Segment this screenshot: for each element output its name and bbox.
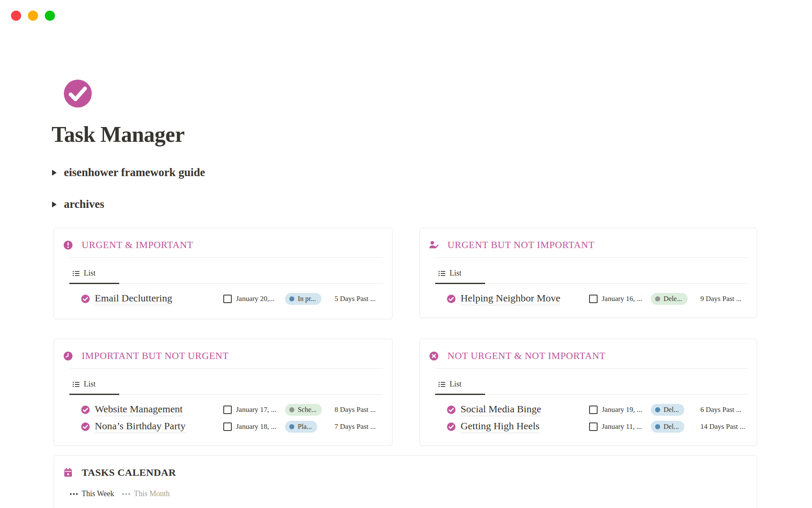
due-date-cell[interactable]: January 20,... — [236, 295, 285, 303]
calendar-title: TASKS CALENDAR — [82, 467, 176, 478]
toggle-archives[interactable]: archives — [52, 198, 104, 211]
quadrant-title: URGENT & IMPORTANT — [82, 240, 193, 251]
task-title-link[interactable]: Website Management — [95, 403, 183, 416]
tab-list-view[interactable]: List — [435, 369, 485, 395]
chevron-right-icon — [52, 170, 57, 176]
person-check-icon — [429, 240, 439, 250]
done-checkbox[interactable] — [589, 295, 598, 303]
quadrant-header: URGENT BUT NOT IMPORTANT — [429, 239, 747, 251]
due-date-cell[interactable]: January 18, ... — [236, 422, 285, 431]
days-past-cell[interactable]: 14 Days Past ... — [700, 422, 747, 431]
done-checkbox[interactable] — [223, 295, 232, 303]
due-date-cell[interactable]: January 16, ... — [602, 295, 651, 303]
zoom-window-button[interactable] — [45, 11, 55, 21]
list-view-icon — [72, 270, 80, 277]
task-title-link[interactable]: Getting High Heels — [461, 420, 540, 433]
close-window-button[interactable] — [11, 11, 21, 21]
status-dot-icon — [655, 407, 660, 412]
days-past-cell[interactable]: 8 Days Past ... — [335, 406, 383, 414]
tab-this-week[interactable]: This Week — [69, 489, 114, 498]
task-check-circle-icon[interactable] — [447, 422, 456, 431]
quadrant-title: URGENT BUT NOT IMPORTANT — [447, 240, 595, 251]
status-badge[interactable]: Del... — [651, 404, 684, 416]
tab-label: List — [84, 269, 96, 278]
clock-icon — [63, 351, 73, 361]
days-past-cell[interactable]: 7 Days Past ... — [335, 422, 383, 431]
task-title-link[interactable]: Nona’s Birthday Party — [95, 420, 186, 433]
status-dot-icon — [289, 424, 294, 429]
status-badge[interactable]: Pla... — [285, 421, 317, 433]
days-past-cell[interactable]: 5 Days Past ... — [335, 295, 383, 303]
task-title-link[interactable]: Email Decluttering — [95, 293, 172, 305]
status-badge[interactable]: Del... — [651, 421, 684, 433]
exclamation-circle-icon — [63, 240, 73, 250]
view-tabs: List — [69, 369, 383, 395]
tab-label: List — [450, 380, 461, 389]
due-date-cell[interactable]: January 17, ... — [236, 406, 285, 414]
due-date-cell[interactable]: January 19, ... — [602, 406, 651, 414]
tab-label: List — [84, 380, 96, 389]
task-check-circle-icon[interactable] — [81, 422, 90, 431]
minimize-window-button[interactable] — [28, 11, 38, 21]
status-label: Pla... — [298, 422, 312, 431]
view-tabs: List — [435, 258, 747, 284]
calendar-icon — [63, 467, 73, 478]
task-check-circle-icon[interactable] — [447, 294, 456, 304]
status-badge[interactable]: Sche... — [285, 404, 322, 416]
status-dot-icon — [289, 407, 294, 412]
toggle-label: archives — [64, 198, 104, 211]
tab-label: This Month — [134, 489, 170, 498]
status-badge[interactable]: In pr... — [285, 293, 321, 305]
quadrant-card-urgent-not-important: URGENT BUT NOT IMPORTANT List Helping Ne… — [420, 228, 757, 318]
due-date-cell[interactable]: January 11, ... — [602, 422, 651, 431]
task-list: Helping Neighbor Move January 16, ... De… — [447, 290, 747, 307]
tab-label: This Week — [82, 489, 114, 498]
task-manager-page: { "colors": { "accent_pink": "#c0549b", … — [0, 0, 812, 508]
chevron-right-icon — [52, 202, 57, 207]
quadrant-header: NOT URGENT & NOT IMPORTANT — [429, 350, 747, 362]
days-past-cell[interactable]: 6 Days Past ... — [700, 406, 747, 414]
status-label: Del... — [664, 406, 679, 414]
list-view-icon — [438, 381, 446, 388]
table-row: Email Decluttering January 20,... In pr.… — [81, 290, 383, 307]
status-badge[interactable]: Dele... — [651, 293, 688, 305]
view-tabs: List — [435, 369, 747, 395]
task-title-link[interactable]: Social Media Binge — [461, 403, 541, 416]
done-checkbox[interactable] — [589, 422, 598, 431]
status-dot-icon — [655, 424, 660, 429]
status-label: In pr... — [298, 295, 316, 303]
status-label: Dele... — [664, 295, 682, 303]
page-check-circle-icon[interactable] — [61, 77, 94, 110]
quadrant-title: NOT URGENT & NOT IMPORTANT — [447, 351, 606, 362]
calendar-header: TASKS CALENDAR — [63, 467, 747, 478]
page-title: Task Manager — [52, 122, 184, 147]
task-title-link[interactable]: Helping Neighbor Move — [461, 293, 560, 305]
table-row: Website Management January 17, ... Sche.… — [81, 401, 383, 418]
table-row: Nona’s Birthday Party January 18, ... Pl… — [81, 418, 383, 435]
done-checkbox[interactable] — [223, 406, 232, 414]
tab-list-view[interactable]: List — [435, 258, 485, 284]
list-view-icon — [72, 381, 80, 388]
toggle-eisenhower-framework-guide[interactable]: eisenhower framework guide — [52, 166, 205, 179]
tab-list-view[interactable]: List — [69, 258, 119, 284]
tab-this-month[interactable]: This Month — [122, 489, 170, 498]
tab-label: List — [450, 269, 461, 278]
task-check-circle-icon[interactable] — [447, 405, 456, 414]
status-dot-icon — [655, 296, 660, 301]
list-view-icon — [438, 270, 446, 277]
view-tabs: List — [69, 258, 383, 284]
quadrant-card-not-urgent-not-important: NOT URGENT & NOT IMPORTANT List Social M… — [420, 339, 757, 446]
table-row: Social Media Binge January 19, ... Del..… — [447, 401, 747, 418]
days-past-cell[interactable]: 9 Days Past ... — [700, 295, 747, 303]
task-list: Email Decluttering January 20,... In pr.… — [81, 290, 383, 307]
done-checkbox[interactable] — [223, 422, 232, 431]
done-checkbox[interactable] — [589, 406, 598, 414]
task-list: Website Management January 17, ... Sche.… — [81, 401, 383, 435]
tab-list-view[interactable]: List — [69, 369, 119, 395]
toggle-label: eisenhower framework guide — [64, 166, 205, 179]
task-check-circle-icon[interactable] — [81, 405, 90, 414]
quadrant-title: IMPORTANT BUT NOT URGENT — [82, 351, 229, 362]
view-dots-icon — [122, 492, 131, 496]
status-label: Del... — [664, 422, 679, 431]
task-check-circle-icon[interactable] — [81, 294, 90, 304]
